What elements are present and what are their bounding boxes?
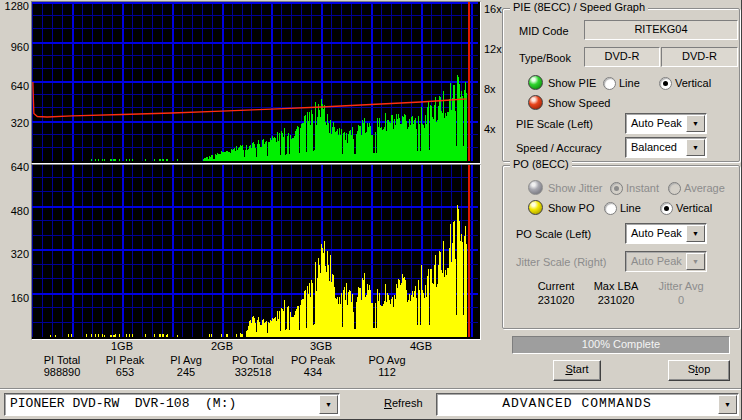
refresh-label: efresh	[392, 397, 423, 409]
po-line-radio[interactable]	[604, 202, 617, 215]
chevron-down-icon: ▼	[686, 253, 705, 270]
pie-scale-label: PIE Scale (Left)	[516, 118, 593, 130]
pie-scale-value: Auto Peak	[631, 117, 682, 129]
type-book-label: Type/Book	[519, 52, 571, 64]
chevron-down-icon[interactable]: ▼	[686, 115, 705, 132]
show-po-led-icon[interactable]	[528, 200, 543, 215]
po-vertical-label: Vertical	[676, 202, 712, 214]
speed-accuracy-label: Speed / Accuracy	[516, 142, 602, 154]
jitter-avg-label: Jitter Avg	[646, 280, 716, 292]
jitter-avg-value: 0	[646, 294, 716, 306]
stop-button[interactable]: Stop	[668, 360, 730, 381]
po-groupbox: PO (8ECC) Show Jitter Instant Average Sh…	[502, 165, 740, 329]
stop-button-label: S	[688, 363, 695, 375]
po-axis-tick: 320	[1, 248, 29, 260]
drive-select-value: PIONEER DVD-RW DVR-108 (M:)	[10, 396, 236, 411]
pi-peak-label: PI Peak	[90, 354, 160, 366]
pie-axis-tick: 1280	[1, 0, 29, 12]
show-po-label: Show PO	[548, 202, 594, 214]
x-axis-tick: 3GB	[301, 340, 341, 352]
book-type-field: DVD-R	[661, 47, 738, 67]
pie-group-title: PIE (8ECC) / Speed Graph	[510, 1, 648, 13]
show-pie-led-icon[interactable]	[528, 75, 543, 90]
po-line-label: Line	[620, 202, 641, 214]
disc-type-field: DVD-R	[584, 47, 660, 67]
start-button-accel: S	[565, 363, 572, 375]
po-graph	[32, 165, 478, 337]
pi-total-label: PI Total	[27, 354, 97, 366]
po-axis-tick: 640	[1, 161, 29, 173]
pie-speed-groupbox: PIE (8ECC) / Speed Graph MID Code RITEKG…	[502, 8, 740, 162]
jitter-average-radio	[668, 182, 681, 195]
x-axis-tick: 1GB	[102, 340, 142, 352]
pi-peak-value: 653	[90, 366, 160, 378]
speed-accuracy-select[interactable]: Balanced ▼	[625, 137, 707, 158]
drive-select[interactable]: PIONEER DVD-RW DVR-108 (M:) ▼	[4, 393, 340, 416]
jitter-instant-radio	[610, 182, 623, 195]
po-group-title: PO (8ECC)	[510, 158, 572, 170]
pie-line-radio[interactable]	[603, 77, 616, 90]
pi-avg-value: 245	[151, 366, 221, 378]
commands-select[interactable]: ADVANCED COMMANDS ▼	[436, 393, 739, 416]
po-scale-value: Auto Peak	[631, 227, 682, 239]
max-lba-value: 231020	[581, 294, 651, 306]
pie-vertical-label: Vertical	[675, 77, 711, 89]
progress-bar: 100% Complete	[512, 336, 730, 354]
mid-code-label: MID Code	[519, 25, 569, 37]
bottom-separator	[0, 388, 742, 390]
jitter-scale-select: Auto Peak ▼	[625, 251, 707, 272]
po-avg-value: 112	[352, 366, 422, 378]
pie-axis-tick: 960	[1, 41, 29, 53]
po-vertical-radio[interactable]	[660, 202, 673, 215]
stop-button-label: op	[698, 363, 710, 375]
jitter-scale-value: Auto Peak	[631, 255, 682, 267]
pie-scale-select[interactable]: Auto Peak ▼	[625, 113, 707, 134]
jitter-average-label: Average	[684, 182, 725, 194]
x-axis-tick: 4GB	[401, 340, 441, 352]
pie-line-label: Line	[619, 77, 640, 89]
progress-text: 100% Complete	[582, 338, 660, 350]
po-avg-label: PO Avg	[352, 354, 422, 366]
pie-speed-graph-frame	[31, 1, 481, 164]
mid-code-field: RITEKG04	[584, 20, 738, 40]
chevron-down-icon[interactable]: ▼	[686, 225, 705, 242]
pi-total-value: 988890	[27, 366, 97, 378]
start-button[interactable]: Start	[553, 360, 601, 381]
pie-speed-graph	[32, 2, 478, 161]
speed-accuracy-value: Balanced	[631, 141, 677, 153]
chevron-down-icon[interactable]: ▼	[686, 139, 705, 156]
chevron-down-icon[interactable]: ▼	[718, 395, 737, 414]
show-jitter-label: Show Jitter	[548, 182, 602, 194]
refresh-accel: R	[384, 397, 392, 409]
po-scale-select[interactable]: Auto Peak ▼	[625, 223, 707, 244]
po-axis-tick: 160	[1, 292, 29, 304]
pie-vertical-radio[interactable]	[659, 77, 672, 90]
commands-select-value: ADVANCED COMMANDS	[437, 396, 717, 411]
po-axis-tick: 480	[1, 205, 29, 217]
pie-axis-tick: 320	[1, 117, 29, 129]
max-lba-label: Max LBA	[581, 280, 651, 292]
show-jitter-led-icon	[528, 180, 543, 195]
chevron-down-icon[interactable]: ▼	[319, 395, 338, 414]
po-scale-label: PO Scale (Left)	[516, 228, 591, 240]
show-pie-label: Show PIE	[548, 77, 596, 89]
show-speed-led-icon[interactable]	[528, 95, 543, 110]
po-peak-label: PO Peak	[278, 354, 348, 366]
jitter-instant-label: Instant	[626, 182, 659, 194]
show-speed-label: Show Speed	[548, 97, 610, 109]
start-button-label: tart	[573, 363, 589, 375]
pi-avg-label: PI Avg	[151, 354, 221, 366]
dvdinfopro-window: 1280 960 640 320 640 480 320 160 16x 12x…	[0, 0, 742, 420]
refresh-button[interactable]: Refresh	[384, 397, 423, 409]
jitter-scale-label: Jitter Scale (Right)	[516, 256, 606, 268]
x-axis-tick: 2GB	[202, 340, 242, 352]
po-peak-value: 434	[278, 366, 348, 378]
po-graph-frame	[31, 164, 481, 340]
pie-axis-tick: 640	[1, 80, 29, 92]
